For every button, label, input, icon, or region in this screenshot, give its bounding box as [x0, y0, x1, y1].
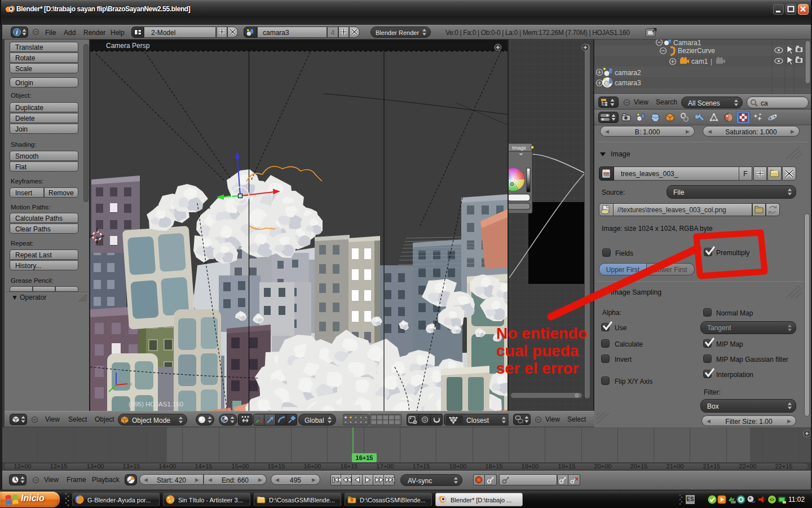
svg-text:cual pueda: cual pueda: [496, 342, 579, 360]
svg-text:No entiendo: No entiendo: [496, 325, 588, 342]
svg-text:ser el error: ser el error: [496, 360, 579, 377]
